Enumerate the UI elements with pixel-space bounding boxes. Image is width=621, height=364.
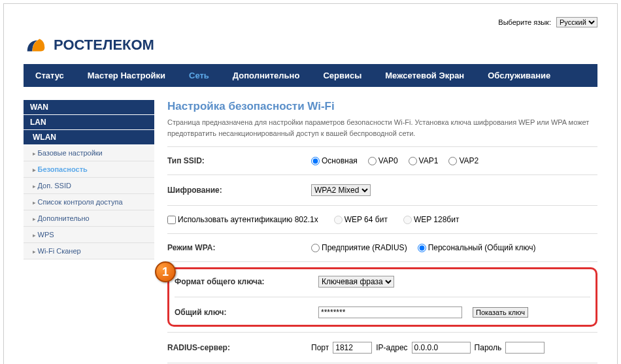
encryption-label: Шифрование: — [167, 186, 311, 195]
logo-icon — [24, 33, 48, 58]
nav-item-5[interactable]: Межсетевой Экран — [373, 64, 476, 87]
side-sub-2[interactable]: Доп. SSID — [24, 178, 154, 194]
ssid-radio-1[interactable]: VAP0 — [368, 156, 398, 165]
radius-port-label: Порт — [311, 343, 329, 352]
wpa-mode-label: Режим WPA: — [167, 243, 311, 252]
key-format-label: Формат общего ключа: — [175, 277, 318, 286]
ssid-radio-2[interactable]: VAP1 — [409, 156, 439, 165]
shared-key-label: Общий ключ: — [175, 308, 318, 317]
show-key-button[interactable]: Показать ключ — [473, 307, 528, 318]
radius-ip-label: IP-адрес — [376, 343, 407, 352]
side-tab-lan[interactable]: LAN — [24, 115, 154, 129]
nav-item-3[interactable]: Дополнительно — [221, 64, 312, 87]
radius-label: RADIUS-сервер: — [167, 343, 311, 352]
radius-ip-input[interactable] — [412, 342, 471, 354]
page-title: Настройка безопасности Wi-Fi — [167, 100, 597, 113]
content: Настройка безопасности Wi-Fi Страница пр… — [167, 100, 597, 364]
side-sub-0[interactable]: Базовые настройки — [24, 145, 154, 161]
radius-pwd-label: Пароль — [475, 343, 502, 352]
encryption-select[interactable]: WPA2 Mixed — [311, 184, 371, 196]
header: РОСТЕЛЕКОМ — [24, 33, 597, 58]
sidebar: WANLANWLAN Базовые настройкиБезопасность… — [24, 100, 154, 364]
ssid-type-label: Тип SSID: — [167, 156, 311, 165]
nav-item-0[interactable]: Статус — [24, 64, 76, 87]
ssid-radio-3[interactable]: VAP2 — [448, 156, 478, 165]
side-tab-wan[interactable]: WAN — [24, 100, 154, 114]
annotation-badge-1: 1 — [155, 261, 176, 282]
side-sub-5[interactable]: WPS — [24, 227, 154, 243]
nav-item-2[interactable]: Сеть — [177, 64, 221, 87]
wpa-personal-radio[interactable]: Персональный (Общий ключ) — [418, 243, 536, 252]
lang-select[interactable]: Русский — [556, 17, 597, 27]
side-sub-4[interactable]: Дополнительно — [24, 210, 154, 227]
auth8021x-checkbox[interactable]: Использовать аутентификацию 802.1x — [167, 215, 318, 224]
highlight-key-section: 1 Формат общего ключа: Ключевая фраза Об… — [167, 267, 597, 327]
wpa-enterprise-radio[interactable]: Предприятие (RADIUS) — [311, 243, 407, 252]
lang-label: Выберите язык: — [498, 18, 551, 26]
nav-item-4[interactable]: Сервисы — [311, 64, 373, 87]
ssid-radio-0[interactable]: Основная — [311, 156, 358, 165]
nav-item-6[interactable]: Обслуживание — [476, 64, 562, 87]
brand-text: РОСТЕЛЕКОМ — [54, 37, 154, 54]
nav-item-1[interactable]: Мастер Настройки — [76, 64, 177, 87]
side-tab-wlan[interactable]: WLAN — [24, 130, 154, 144]
wep128-radio[interactable]: WEP 128бит — [403, 215, 460, 224]
radius-pwd-input[interactable] — [505, 342, 545, 354]
side-sub-3[interactable]: Список контроля доступа — [24, 194, 154, 210]
radius-port-input[interactable] — [333, 342, 372, 354]
page-desc: Страница предназначена для настройки пар… — [167, 117, 597, 139]
key-format-select[interactable]: Ключевая фраза — [318, 276, 394, 288]
shared-key-input[interactable] — [318, 306, 462, 318]
side-sub-6[interactable]: Wi-Fi Сканер — [24, 243, 154, 259]
wep64-radio[interactable]: WEP 64 бит — [334, 215, 388, 224]
side-sub-1[interactable]: Безопасность — [24, 161, 154, 178]
main-nav: СтатусМастер НастройкиСетьДополнительноС… — [24, 64, 597, 87]
